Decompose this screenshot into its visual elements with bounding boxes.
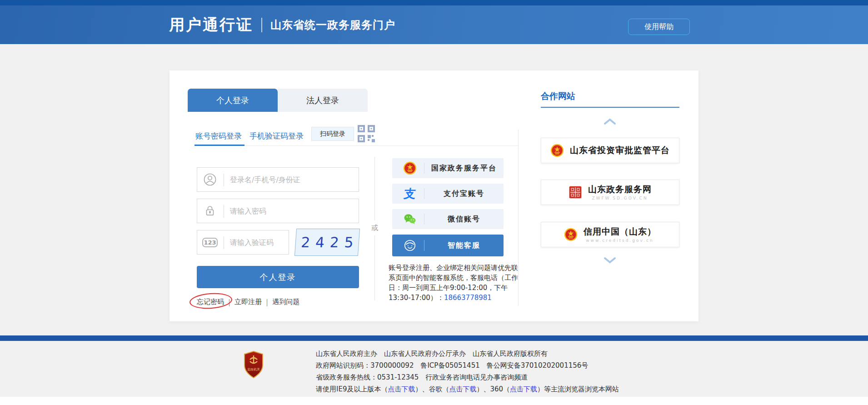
footer-text: 山东省人民政府主办 山东省人民政府办公厅承办 山东省人民政府版权所有 政府网站识… xyxy=(316,348,619,395)
partner-text: 山东省投资审批监管平台 xyxy=(570,145,670,156)
national-emblem-icon xyxy=(550,144,564,157)
alipay-icon: 支 xyxy=(403,187,417,200)
chevron-down-icon[interactable] xyxy=(604,257,616,264)
footer-top-bar xyxy=(0,335,868,341)
third-party-smart-service[interactable]: 智能客服 xyxy=(392,235,504,256)
service-phone-link[interactable]: 18663778981 xyxy=(444,294,492,302)
register-link[interactable]: 立即注册 xyxy=(234,298,262,306)
page-title: 用户通行证 xyxy=(169,15,253,35)
forgot-password-link[interactable]: 忘记密码 xyxy=(197,298,224,306)
field-divider xyxy=(224,236,224,249)
download-link-360[interactable]: 点击下载 xyxy=(510,385,537,393)
wechat-icon xyxy=(403,212,417,226)
username-field-wrapper xyxy=(197,167,359,192)
partner-government-service-site[interactable]: 山东政务服务网 ZWFW.SD.GOV.CN xyxy=(541,180,679,205)
download-link-chrome[interactable]: 点击下载 xyxy=(449,385,476,393)
footer-line-3: 省级政务服务热线：0531-12345 行政业务咨询电话见办事咨询频道 xyxy=(316,371,619,383)
help-button[interactable]: 使用帮助 xyxy=(628,19,690,35)
tab-legal-login[interactable]: 法人登录 xyxy=(278,89,368,112)
chevron-up-icon[interactable] xyxy=(604,118,616,125)
captcha-field-wrapper: 123 xyxy=(197,230,289,255)
partners-title: 合作网站 xyxy=(541,90,575,102)
badge-label: 党政机关 xyxy=(243,367,264,372)
tab-personal-login[interactable]: 个人登录 xyxy=(188,89,278,112)
method-sms-login[interactable]: 手机验证码登录 xyxy=(249,131,304,141)
browser-note-text: ）等主流浏览器浏览本网站 xyxy=(537,385,619,393)
third-party-wechat[interactable]: 微信账号 xyxy=(392,209,504,229)
brand: 用户通行证 山东省统一政务服务门户 xyxy=(169,5,395,44)
active-method-underline xyxy=(195,145,244,146)
partners-title-underline xyxy=(541,107,679,108)
username-input[interactable] xyxy=(230,168,353,191)
password-field-wrapper xyxy=(197,199,359,223)
title-divider xyxy=(261,18,262,32)
scan-login-label[interactable]: 扫码登录 xyxy=(311,127,354,141)
national-emblem-icon xyxy=(403,161,417,175)
header xyxy=(0,5,868,44)
government-agency-badge-icon[interactable]: 党政机关 xyxy=(243,351,264,378)
partner-investment-platform[interactable]: 山东省投资审批监管平台 xyxy=(541,138,679,163)
personal-login-button[interactable]: 个人登录 xyxy=(197,266,359,288)
footer-bottom-strip xyxy=(0,397,868,405)
password-input[interactable] xyxy=(230,200,353,222)
link-separator: | xyxy=(266,298,268,306)
field-divider xyxy=(224,174,224,186)
partner-text: 山东政务服务网 ZWFW.SD.GOV.CN xyxy=(588,184,652,201)
captcha-image[interactable]: 2425 xyxy=(294,229,360,256)
captcha-input[interactable] xyxy=(230,231,284,254)
or-text: 或 xyxy=(368,220,382,235)
header-top-strip xyxy=(0,0,868,5)
footer-line-2: 政府网站识别码：3700000092 鲁ICP备05051451 鲁公网安备37… xyxy=(316,360,619,371)
browser-note-text: 请使用IE9及以上版本（ xyxy=(316,385,388,393)
link-separator: | xyxy=(228,298,230,306)
login-links: 忘记密码 | 立即注册 | 遇到问题 xyxy=(197,298,299,306)
method-password-login[interactable]: 账号密码登录 xyxy=(195,131,242,141)
numbers-icon: 123 xyxy=(202,238,218,247)
red-seal-icon xyxy=(569,185,582,199)
third-party-alipay[interactable]: 支 支付宝账号 xyxy=(392,184,504,204)
partner-credit-china[interactable]: 信用中国（山东） www.creditsd.gov.cn xyxy=(541,222,679,247)
service-note: 账号登录注册、企业绑定相关问题请优先联系页面中的智能客服系统，客服电话（工作日：… xyxy=(389,263,522,303)
browser-note-text: ）、360（ xyxy=(476,385,510,393)
browser-note-text: ）、谷歌（ xyxy=(415,385,449,393)
footer-line-1: 山东省人民政府主办 山东省人民政府办公厅承办 山东省人民政府版权所有 xyxy=(316,348,619,360)
page: 用户通行证 山东省统一政务服务门户 使用帮助 个人登录 法人登录 账号密码登录 … xyxy=(0,0,868,405)
partner-text: 信用中国（山东） www.creditsd.gov.cn xyxy=(584,226,656,243)
field-divider xyxy=(224,205,224,218)
section-divider xyxy=(518,130,519,306)
qr-code-icon[interactable] xyxy=(357,124,376,143)
third-party-national-platform[interactable]: 国家政务服务平台 xyxy=(392,158,504,178)
national-emblem-icon xyxy=(564,228,578,241)
download-link-ie[interactable]: 点击下载 xyxy=(388,385,415,393)
lock-icon xyxy=(203,204,217,218)
login-card: 个人登录 法人登录 账号密码登录 手机验证码登录 扫码登录 xyxy=(170,70,698,321)
customer-service-icon xyxy=(403,239,417,252)
user-icon xyxy=(203,173,217,186)
page-subtitle: 山东省统一政务服务门户 xyxy=(270,18,395,32)
footer-line-4: 请使用IE9及以上版本（点击下载）、谷歌（点击下载）、360（点击下载）等主流浏… xyxy=(316,383,619,395)
problems-link[interactable]: 遇到问题 xyxy=(272,298,299,306)
